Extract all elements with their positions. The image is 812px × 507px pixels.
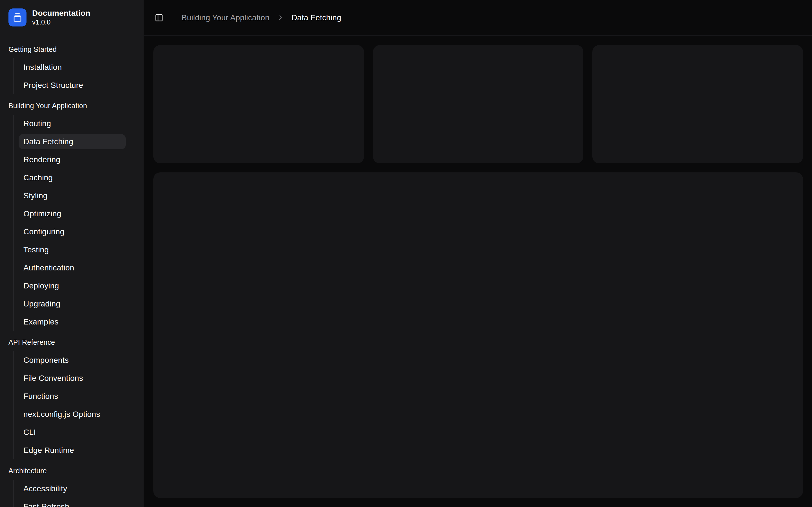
hero-placeholder-card (153, 172, 803, 498)
breadcrumb-current-page: Data Fetching (292, 13, 342, 22)
group-label-architecture: Architecture (4, 462, 139, 480)
breadcrumb-parent-link[interactable]: Building Your Application (182, 13, 269, 22)
chevron-right-icon (277, 14, 284, 21)
placeholder-card (373, 45, 583, 163)
sidebar-item-testing[interactable]: Testing (18, 241, 126, 259)
sidebar-item-functions[interactable]: Functions (18, 387, 126, 405)
nav-sub-list: Accessibility Fast Refresh (13, 480, 126, 507)
sidebar-nav: Getting Started Installation Project Str… (4, 40, 139, 507)
sidebar-item-edge-runtime[interactable]: Edge Runtime (18, 441, 126, 459)
sidebar-item-deploying[interactable]: Deploying (18, 277, 126, 295)
sidebar-item-file-conventions[interactable]: File Conventions (18, 369, 126, 387)
sidebar-item-styling[interactable]: Styling (18, 187, 126, 205)
sidebar-item-optimizing[interactable]: Optimizing (18, 205, 126, 223)
gallery-vertical-end-icon (13, 13, 22, 22)
panel-left-icon (155, 13, 163, 22)
page-header: Building Your Application Data Fetching (144, 0, 812, 36)
placeholder-cards-row (153, 45, 803, 163)
sidebar-item-examples[interactable]: Examples (18, 313, 126, 331)
sidebar-item-components[interactable]: Components (18, 351, 126, 369)
nav-group-getting-started: Getting Started Installation Project Str… (4, 40, 139, 94)
nav-group-api-reference: API Reference Components File Convention… (4, 333, 139, 459)
sidebar-item-data-fetching[interactable]: Data Fetching (18, 133, 126, 151)
sidebar-item-configuring[interactable]: Configuring (18, 223, 126, 241)
brand-title: Documentation (32, 8, 90, 18)
sidebar-item-project-structure[interactable]: Project Structure (18, 76, 126, 94)
placeholder-card (153, 45, 364, 163)
nav-group-building-your-application: Building Your Application Routing Data F… (4, 97, 139, 331)
sidebar: Documentation v1.0.0 Getting Started Ins… (0, 0, 144, 507)
nav-sub-list: Routing Data Fetching Rendering Caching … (13, 115, 126, 331)
sidebar-item-rendering[interactable]: Rendering (18, 151, 126, 169)
sidebar-item-cli[interactable]: CLI (18, 424, 126, 441)
nav-sub-list: Installation Project Structure (13, 58, 126, 94)
breadcrumb: Building Your Application Data Fetching (182, 13, 342, 22)
sidebar-item-next-config-js-options[interactable]: next.config.js Options (18, 405, 126, 424)
sidebar-item-fast-refresh[interactable]: Fast Refresh (18, 498, 126, 507)
sidebar-item-authentication[interactable]: Authentication (18, 259, 126, 277)
group-label-getting-started: Getting Started (4, 40, 139, 58)
brand-logo (8, 8, 27, 26)
brand[interactable]: Documentation v1.0.0 (4, 4, 139, 31)
nav-sub-list: Components File Conventions Functions ne… (13, 351, 126, 459)
sidebar-item-routing[interactable]: Routing (18, 115, 126, 133)
brand-text: Documentation v1.0.0 (32, 8, 90, 26)
sidebar-item-installation[interactable]: Installation (18, 58, 126, 76)
brand-version: v1.0.0 (32, 18, 90, 26)
page-content (144, 36, 812, 507)
placeholder-card (592, 45, 803, 163)
sidebar-item-caching[interactable]: Caching (18, 169, 126, 187)
group-label-building-your-application: Building Your Application (4, 97, 139, 115)
group-label-api-reference: API Reference (4, 333, 139, 351)
sidebar-toggle-button[interactable] (151, 10, 167, 25)
sidebar-item-accessibility[interactable]: Accessibility (18, 480, 126, 498)
app-layout: Documentation v1.0.0 Getting Started Ins… (0, 0, 812, 507)
main-area: Building Your Application Data Fetching (144, 0, 812, 507)
sidebar-item-upgrading[interactable]: Upgrading (18, 295, 126, 313)
nav-group-architecture: Architecture Accessibility Fast Refresh (4, 462, 139, 507)
